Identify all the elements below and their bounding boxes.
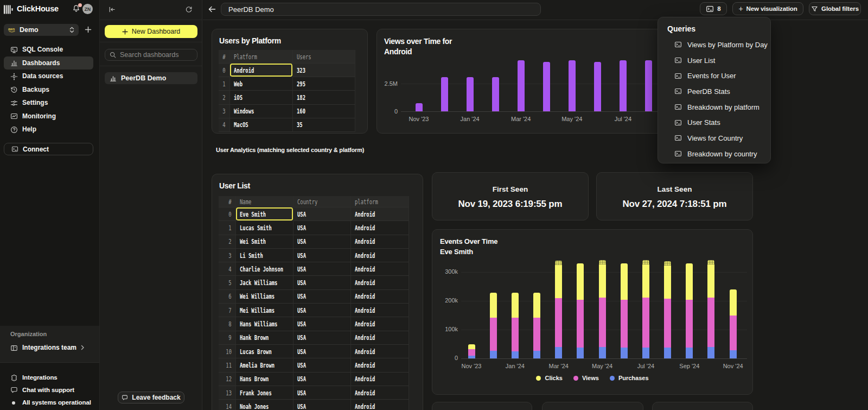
table-cell[interactable]: 4 bbox=[219, 118, 230, 132]
table-cell[interactable]: 182 bbox=[293, 91, 355, 104]
chart-bar[interactable] bbox=[707, 260, 714, 358]
refresh-icon[interactable] bbox=[185, 5, 193, 13]
table-cell[interactable]: USA bbox=[293, 358, 351, 372]
chart-bar[interactable] bbox=[468, 344, 475, 358]
table-cell[interactable]: Android bbox=[351, 207, 409, 221]
chart-bar[interactable] bbox=[543, 62, 550, 112]
table-cell[interactable]: Android bbox=[351, 373, 409, 386]
queries-menu-item[interactable]: Events for User bbox=[658, 68, 770, 84]
table-cell[interactable]: iOS bbox=[230, 91, 293, 104]
table-cell[interactable]: 35 bbox=[293, 118, 355, 132]
chart-bar[interactable] bbox=[645, 60, 652, 112]
organization-team-item[interactable]: Integrations team bbox=[4, 341, 93, 354]
table-cell[interactable]: Hans Brown bbox=[236, 373, 294, 386]
chart-bar[interactable] bbox=[664, 261, 671, 358]
table-cell[interactable]: 9 bbox=[219, 331, 236, 345]
chart-bar[interactable] bbox=[730, 289, 737, 358]
table-cell[interactable]: 1 bbox=[219, 77, 230, 91]
sidebar-item-help[interactable]: Help bbox=[4, 123, 93, 136]
table-cell[interactable]: Amelia Brown bbox=[236, 358, 294, 372]
users-by-platform-table[interactable]: #PlatformUsers0Android3231Web2952iOS1823… bbox=[219, 50, 355, 132]
chart-bar[interactable] bbox=[599, 260, 606, 358]
table-cell[interactable]: Android bbox=[351, 276, 409, 289]
table-cell[interactable]: 11 bbox=[219, 358, 236, 372]
chart-bar[interactable] bbox=[533, 293, 540, 358]
table-cell[interactable]: Android bbox=[351, 235, 409, 249]
table-cell[interactable]: 160 bbox=[293, 105, 355, 118]
table-cell[interactable]: Noah Jones bbox=[236, 400, 294, 410]
chart-bar[interactable] bbox=[642, 260, 649, 358]
global-filters-button[interactable]: Global filters bbox=[809, 2, 861, 15]
column-header[interactable]: # bbox=[219, 196, 236, 207]
table-cell[interactable]: Android bbox=[351, 221, 409, 235]
table-cell[interactable]: Hank Brown bbox=[236, 331, 294, 345]
table-cell[interactable]: USA bbox=[293, 290, 351, 304]
table-cell[interactable]: Eve Smith bbox=[236, 207, 294, 221]
column-header[interactable]: Platform bbox=[230, 50, 293, 64]
table-cell[interactable]: USA bbox=[293, 345, 351, 358]
table-cell[interactable]: Mei Williams bbox=[236, 304, 294, 317]
table-cell[interactable]: Windows bbox=[230, 105, 293, 118]
chart-bar[interactable] bbox=[441, 77, 448, 111]
table-cell[interactable]: Wei Williams bbox=[236, 290, 294, 304]
table-cell[interactable]: USA bbox=[293, 317, 351, 331]
table-cell[interactable]: 14 bbox=[219, 400, 236, 410]
back-arrow-icon[interactable] bbox=[208, 5, 216, 14]
queries-menu-item[interactable]: PeerDB Stats bbox=[658, 84, 770, 99]
chart-bar[interactable] bbox=[594, 62, 601, 112]
new-visualization-button[interactable]: + New visualization bbox=[732, 2, 803, 15]
table-cell[interactable]: 2 bbox=[219, 235, 236, 249]
table-cell[interactable]: Jack Williams bbox=[236, 276, 294, 289]
table-cell[interactable]: 7 bbox=[219, 304, 236, 317]
connect-button[interactable]: Connect bbox=[4, 143, 93, 155]
chart-bar[interactable] bbox=[621, 263, 628, 358]
table-cell[interactable]: USA bbox=[293, 331, 351, 345]
chart-bar[interactable] bbox=[512, 293, 519, 358]
table-cell[interactable]: USA bbox=[293, 373, 351, 386]
sidebar-item-data-sources[interactable]: Data sources bbox=[4, 70, 93, 83]
table-cell[interactable]: 5 bbox=[219, 276, 236, 289]
sidebar-item-settings[interactable]: Settings bbox=[4, 96, 93, 110]
workspace-selector[interactable]: aws Demo bbox=[4, 24, 79, 36]
user-list-table[interactable]: #NameCountryplatform0Eve SmithUSAAndroid… bbox=[219, 196, 409, 410]
column-header[interactable]: Country bbox=[293, 196, 351, 207]
table-cell[interactable]: USA bbox=[293, 400, 351, 410]
table-cell[interactable]: 1 bbox=[219, 221, 236, 235]
chart-bar[interactable] bbox=[518, 60, 525, 112]
new-dashboard-button[interactable]: New Dashboard bbox=[105, 25, 197, 38]
legend-item[interactable]: Purchases bbox=[610, 375, 649, 381]
table-cell[interactable]: Frank Jones bbox=[236, 386, 294, 400]
chart-bar[interactable] bbox=[492, 77, 499, 111]
table-cell[interactable]: 6 bbox=[219, 290, 236, 304]
sidebar-item-sql-console[interactable]: SQL Console bbox=[4, 43, 93, 56]
events-over-time-chart[interactable]: 0100k200k300kNov '23Jan '24Mar '24May '2… bbox=[461, 230, 747, 395]
queries-menu-item[interactable]: Breakdown by platform bbox=[658, 99, 770, 115]
column-header[interactable]: platform bbox=[351, 196, 409, 207]
add-workspace-button[interactable] bbox=[85, 26, 92, 33]
table-cell[interactable]: Android bbox=[230, 64, 293, 77]
table-cell[interactable]: USA bbox=[293, 249, 351, 262]
queries-menu-item[interactable]: Views for Country bbox=[658, 130, 770, 146]
table-cell[interactable]: USA bbox=[293, 221, 351, 235]
sidebar-item-integrations[interactable]: Integrations bbox=[4, 371, 95, 383]
table-cell[interactable]: Android bbox=[351, 249, 409, 262]
table-cell[interactable]: 0 bbox=[219, 207, 236, 221]
table-cell[interactable]: 12 bbox=[219, 373, 236, 386]
clickhouse-logo-icon[interactable] bbox=[4, 5, 14, 14]
notifications-bell-icon[interactable] bbox=[72, 4, 81, 13]
queries-menu-item[interactable]: Breakdown by country bbox=[658, 146, 770, 162]
sidebar-item-system-status[interactable]: All systems operational bbox=[4, 396, 95, 408]
sidebar-item-monitoring[interactable]: Monitoring bbox=[4, 110, 93, 123]
table-cell[interactable]: Android bbox=[351, 304, 409, 317]
queries-menu-item[interactable]: User Stats bbox=[658, 115, 770, 130]
table-cell[interactable]: Li Smith bbox=[236, 249, 294, 262]
table-cell[interactable]: 10 bbox=[219, 345, 236, 358]
table-cell[interactable]: 4 bbox=[219, 262, 236, 276]
dashboard-list-item-peerdb-demo[interactable]: PeerDB Demo bbox=[105, 72, 197, 84]
legend-item[interactable]: Clicks bbox=[536, 375, 562, 381]
sidebar-item-chat-support[interactable]: Chat with support bbox=[4, 383, 95, 396]
table-cell[interactable]: USA bbox=[293, 276, 351, 289]
chart-bar[interactable] bbox=[620, 60, 627, 112]
table-cell[interactable]: Lucas Brown bbox=[236, 345, 294, 358]
table-cell[interactable]: Android bbox=[351, 262, 409, 276]
